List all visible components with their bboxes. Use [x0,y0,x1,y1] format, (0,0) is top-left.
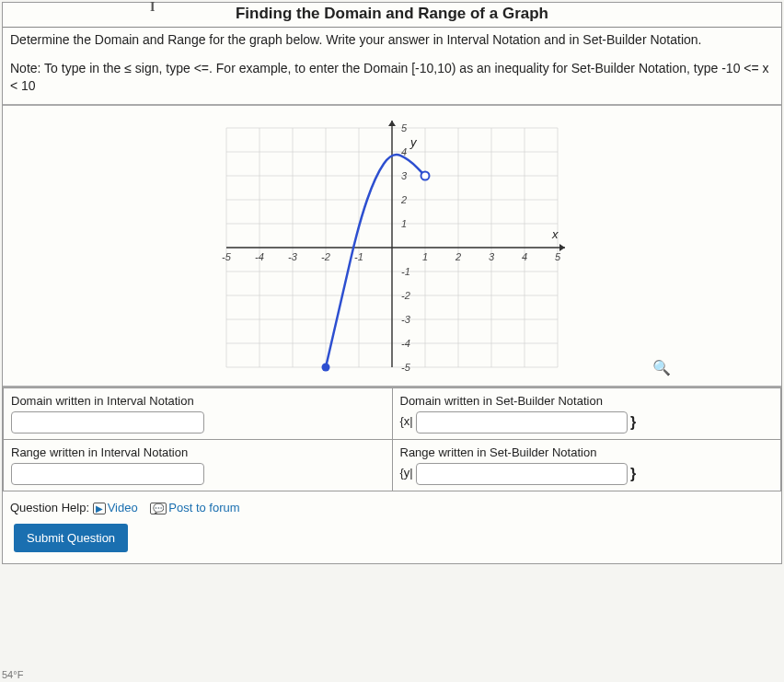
title-text: Finding the Domain and Range of a Graph [236,5,548,22]
svg-text:-5: -5 [222,251,232,262]
svg-marker-24 [559,244,565,251]
section-title: I Finding the Domain and Range of a Grap… [3,3,781,27]
text-cursor-icon: I [150,0,155,15]
svg-text:-2: -2 [401,290,410,301]
svg-text:-1: -1 [354,251,363,262]
answers-table: Domain written in Interval Notation Doma… [3,387,781,491]
range-set-label: Range written in Set-Builder Notation [400,445,774,459]
svg-text:-3: -3 [288,251,298,262]
svg-text:1: 1 [401,218,407,229]
svg-text:-2: -2 [321,251,330,262]
note-prefix: Note: To type in the [10,61,124,75]
domain-interval-input[interactable] [11,411,204,433]
svg-text:-5: -5 [401,362,411,373]
range-interval-cell: Range written in Interval Notation [4,439,393,491]
domain-set-input[interactable] [416,411,628,433]
range-interval-input[interactable] [11,463,204,485]
svg-text:4: 4 [522,251,527,262]
help-label: Question Help: [10,501,89,514]
svg-text:-3: -3 [401,314,411,325]
svg-text:3: 3 [489,251,495,262]
svg-text:-4: -4 [401,338,410,349]
graph-plot: -5-4-3-2-112345-5-4-3-2-112345xy 🔍 [3,104,781,387]
svg-text:-1: -1 [401,266,410,277]
chat-icon: 💬 [150,503,167,514]
magnify-icon[interactable]: 🔍 [652,359,671,376]
question-help-row: Question Help: ▶Video 💬Post to forum [3,491,781,524]
svg-text:1: 1 [422,251,428,262]
svg-point-49 [421,171,430,179]
range-set-suffix: } [630,466,636,482]
svg-marker-25 [388,121,396,126]
range-set-cell: Range written in Set-Builder Notation {y… [392,439,781,491]
submit-button[interactable]: Submit Question [14,524,128,552]
leq-symbol: ≤ [124,61,132,75]
domain-set-suffix: } [630,414,636,431]
forum-text: Post to forum [168,501,239,514]
forum-link[interactable]: 💬Post to forum [150,501,239,514]
video-link[interactable]: ▶Video [93,501,142,514]
range-interval-label: Range written in Interval Notation [11,445,385,459]
domain-set-label: Domain written in Set-Builder Notation [400,394,774,408]
range-set-input[interactable] [416,463,628,485]
svg-text:5: 5 [555,251,561,262]
svg-point-48 [322,363,330,371]
svg-text:-4: -4 [255,251,264,262]
domain-interval-cell: Domain written in Interval Notation [4,387,393,439]
play-icon: ▶ [93,503,106,514]
instructions-text: Determine the Domain and Range for the g… [3,27,781,52]
coordinate-plane: -5-4-3-2-112345-5-4-3-2-112345xy [199,110,585,386]
domain-interval-label: Domain written in Interval Notation [11,394,385,408]
svg-text:3: 3 [401,170,408,181]
note-text: Note: To type in the ≤ sign, type <=. Fo… [3,52,781,104]
svg-text:x: x [551,227,559,241]
domain-set-cell: Domain written in Set-Builder Notation {… [392,387,781,439]
question-container: I Finding the Domain and Range of a Grap… [2,2,782,564]
svg-text:2: 2 [400,194,407,205]
svg-text:y: y [409,135,418,149]
svg-text:2: 2 [455,251,461,262]
range-set-prefix: {y| [400,466,413,480]
svg-text:5: 5 [401,122,408,133]
video-text: Video [108,501,138,514]
domain-set-prefix: {x| [400,414,413,428]
